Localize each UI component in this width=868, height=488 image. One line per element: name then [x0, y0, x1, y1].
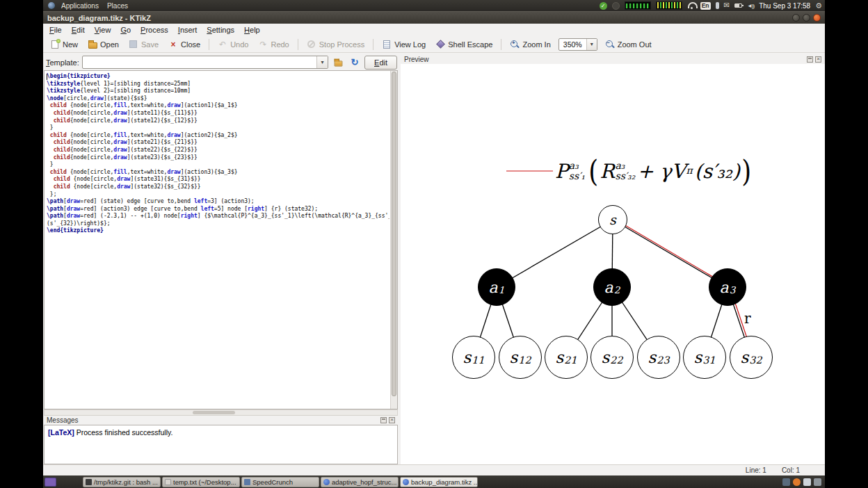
code-line: \path[draw=red] (action3) edge [curve to… [47, 206, 389, 213]
audio-spectrum-indicator[interactable] [625, 1, 651, 10]
zoom-out-button[interactable]: −Zoom Out [601, 38, 656, 51]
zoom-level-value: 350% [559, 40, 586, 49]
taskbar-item-1[interactable]: /tmp/ktikz.git : bash ... [83, 477, 161, 487]
window-title: backup_diagram.tikz - KTikZ [47, 14, 151, 22]
menu-process[interactable]: Process [136, 25, 173, 35]
close-file-button[interactable]: ×Close [164, 38, 204, 51]
code-line: \path[draw=red] (-2.3,1) -- +(1,0) node[… [47, 213, 389, 220]
menu-edit[interactable]: Edit [67, 25, 90, 35]
workspace-switcher[interactable] [45, 478, 56, 487]
tree-node-a3: a3 [709, 268, 746, 306]
distro-logo-icon[interactable] [48, 2, 55, 9]
task-window-icon [323, 479, 330, 485]
task-window-label: backup_diagram.tikz ... [411, 478, 478, 486]
status-ok-icon[interactable]: ✓ [600, 2, 607, 10]
session-gear-icon[interactable]: ⚙ [815, 1, 822, 10]
save-button[interactable]: Save [124, 38, 163, 51]
code-line: \tikzstyle{level 2}=[sibling distance=10… [47, 88, 389, 95]
messages-float-icon[interactable] [380, 417, 387, 423]
taskbar-item-2[interactable]: temp.txt (~/Desktop... [162, 477, 240, 487]
template-open-file-button[interactable] [331, 56, 345, 69]
desktop-screen: ApplicationsPlaces ✓ En ✉ ◄)) Thu Sep 3 … [43, 0, 825, 488]
window-titlebar[interactable]: backup_diagram.tikz - KTikZ [43, 11, 825, 24]
code-line: } [47, 161, 389, 169]
zoom-in-button[interactable]: +Zoom In [506, 38, 554, 51]
minimize-button[interactable] [792, 14, 800, 22]
taskbar-item-5[interactable]: backup_diagram.tikz ... [400, 477, 478, 487]
battery-icon[interactable] [734, 3, 742, 8]
menu-insert[interactable]: Insert [173, 25, 202, 35]
template-reload-button[interactable]: ↻ [348, 56, 362, 69]
messages-header: Messages [44, 416, 398, 425]
code-editor-content[interactable]: \begin{tikzpicture}\tikzstyle{level 1}=[… [47, 73, 389, 409]
messages-close-icon[interactable] [389, 417, 395, 423]
volume-icon[interactable]: ◄)) [747, 3, 754, 9]
wifi-icon[interactable] [687, 2, 696, 9]
tree-node-s21: s21 [545, 336, 588, 379]
stop-process-button[interactable]: Stop Process [303, 38, 369, 51]
panel-menu-applications[interactable]: Applications [57, 2, 103, 10]
zoom-level-combobox[interactable]: 350% ▾ [558, 38, 597, 51]
taskbar-item-3[interactable]: SpeedCrunch [241, 477, 319, 487]
code-line: child{node[circle,draw](state12){$s_{12}… [47, 117, 389, 125]
panel-menu-places[interactable]: Places [103, 2, 132, 10]
redo-button[interactable]: ↷Redo [254, 38, 293, 51]
bluetooth-icon[interactable] [716, 2, 719, 9]
tray-icon-4[interactable] [814, 478, 821, 486]
keyboard-layout-indicator[interactable]: En [700, 2, 711, 10]
messages-body: [LaTeX] Process finished successfully. [44, 425, 398, 464]
code-line: child {node[circle,draw](state32){$s_{32… [47, 184, 389, 191]
mail-icon[interactable]: ✉ [724, 1, 730, 10]
close-window-button[interactable] [813, 14, 821, 22]
tray-icon-3[interactable] [803, 478, 811, 486]
tray-icon-2[interactable] [793, 478, 801, 486]
code-editor[interactable]: \begin{tikzpicture}\tikzstyle{level 1}=[… [44, 70, 398, 409]
template-dropdown-arrow-icon[interactable]: ▾ [316, 56, 328, 68]
reward-label: r [744, 310, 751, 327]
code-line: child{node[circle,draw](state21){$s_{21}… [47, 139, 389, 147]
tray-icon-1[interactable] [782, 478, 790, 486]
code-line: child {node[circle,fill,text=white,draw]… [47, 132, 389, 140]
statusbar: Line: 1 Col: 1 [43, 464, 825, 475]
preview-close-icon[interactable] [815, 56, 821, 63]
task-window-label: temp.txt (~/Desktop... [173, 478, 236, 486]
menu-settings[interactable]: Settings [202, 25, 239, 35]
session-status-icon[interactable] [612, 2, 620, 10]
view-log-button[interactable]: View Log [378, 38, 430, 51]
new-button[interactable]: New [46, 38, 82, 51]
formula-script-stack: π [686, 167, 693, 176]
undo-button[interactable]: ↶Undo [214, 38, 252, 51]
audio-spectrum-indicator-2[interactable] [656, 1, 682, 10]
scrollbar-thumb[interactable] [193, 411, 235, 414]
open-button[interactable]: Open [83, 38, 123, 51]
zoom-dropdown-arrow-icon[interactable]: ▾ [586, 39, 597, 50]
taskbar-items: /tmp/ktikz.git : bash ...temp.txt (~/Des… [83, 477, 478, 487]
panel-clock[interactable]: Thu Sep 3 17:58 [759, 2, 810, 10]
toolbar-separator [298, 39, 298, 50]
tree-node-s31: s31 [683, 336, 726, 379]
tree-node-s32: s32 [730, 336, 773, 379]
taskbar-item-4[interactable]: adaptive_hopf_struc... [321, 477, 399, 487]
panel-indicators: ✓ En ✉ ◄)) Thu Sep 3 17:58 ⚙ [600, 1, 822, 10]
maximize-button[interactable] [803, 14, 810, 22]
gnome-top-panel: ApplicationsPlaces ✓ En ✉ ◄)) Thu Sep 3 … [43, 0, 825, 11]
messages-title: Messages [47, 416, 79, 424]
editor-horizontal-scrollbar[interactable] [44, 409, 398, 416]
status-line: Line: 1 [746, 466, 766, 474]
code-line: \end{tikzpicture} [47, 227, 389, 235]
editor-vertical-scrollbar[interactable] [390, 71, 397, 409]
template-edit-button[interactable]: Edit [364, 56, 397, 70]
menubar: FileEditViewGoProcessInsertSettingsHelp [43, 24, 825, 36]
scrollbar-thumb[interactable] [392, 72, 396, 396]
template-combobox[interactable]: ▾ [82, 56, 328, 69]
log-document-icon [382, 40, 392, 49]
code-line: \begin{tikzpicture} [47, 73, 389, 81]
menu-go[interactable]: Go [115, 25, 136, 35]
menu-file[interactable]: File [45, 25, 67, 35]
menu-view[interactable]: View [90, 25, 116, 35]
toolbar-separator [501, 39, 501, 50]
preview-float-icon[interactable] [807, 56, 813, 63]
shell-escape-button[interactable]: Shell Escape [431, 38, 497, 51]
tree-node-s22: s22 [590, 336, 634, 379]
menu-help[interactable]: Help [239, 25, 265, 35]
